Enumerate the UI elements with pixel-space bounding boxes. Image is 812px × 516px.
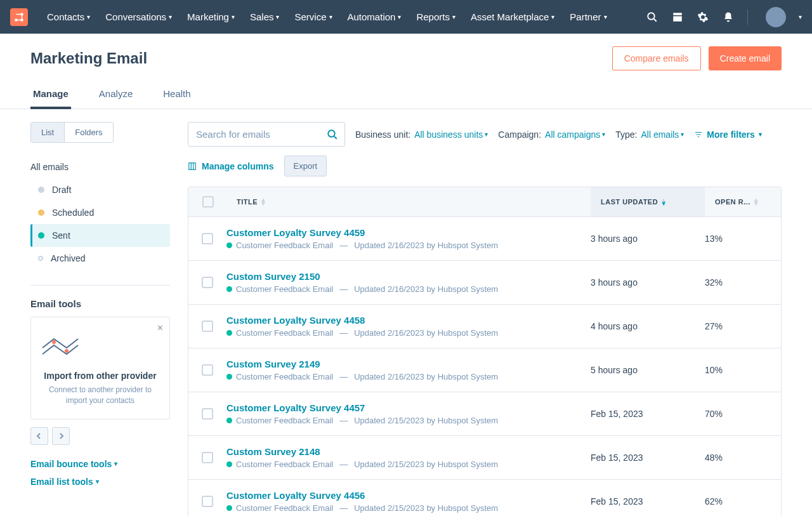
th-title[interactable]: TITLE▲▼	[226, 187, 591, 216]
dot-icon	[38, 256, 43, 261]
pager-next-button[interactable]	[52, 427, 70, 445]
email-updated-meta: Updated 2/16/2023 by Hubspot System	[354, 241, 498, 250]
tab-health[interactable]: Health	[160, 81, 193, 109]
cell-open-rate: 62%	[705, 496, 781, 506]
cell-open-rate: 27%	[705, 321, 781, 331]
manage-columns-button[interactable]: Manage columns	[188, 161, 274, 171]
cell-last-updated: Feb 15, 2023	[591, 409, 705, 419]
nav-reports[interactable]: Reports▾	[410, 6, 462, 27]
email-table: TITLE▲▼ LAST UPDATED▲▼ OPEN R...▲▼ Custo…	[188, 187, 782, 516]
email-updated-meta: Updated 2/15/2023 by Hubspot System	[354, 416, 498, 425]
email-list-tools-link[interactable]: Email list tools▾	[30, 473, 170, 491]
cell-open-rate: 48%	[705, 453, 781, 463]
nav-partner[interactable]: Partner▾	[563, 6, 613, 27]
create-email-button[interactable]: Create email	[709, 46, 782, 70]
email-status: Customer Feedback Email	[236, 372, 333, 381]
cell-open-rate: 10%	[705, 365, 781, 375]
filter-business-unit: Business unit: All business units▾	[355, 129, 488, 140]
status-draft[interactable]: Draft	[30, 178, 170, 201]
th-last-updated[interactable]: LAST UPDATED▲▼	[591, 187, 705, 216]
svg-point-3	[648, 13, 655, 20]
table-row: Customer Loyalty Survey 4458 Customer Fe…	[188, 305, 781, 348]
th-open-rate[interactable]: OPEN R...▲▼	[705, 187, 781, 216]
tab-analyze[interactable]: Analyze	[96, 81, 135, 109]
svg-point-6	[328, 130, 335, 137]
row-checkbox[interactable]	[202, 233, 213, 244]
avatar[interactable]	[766, 7, 786, 27]
close-icon[interactable]: ×	[157, 322, 163, 334]
search-icon[interactable]	[646, 11, 658, 23]
dot-icon	[38, 232, 44, 239]
dot-icon	[38, 187, 44, 193]
nav-sales[interactable]: Sales▾	[244, 6, 286, 27]
tab-manage[interactable]: Manage	[30, 81, 71, 109]
marketplace-icon[interactable]	[671, 11, 684, 23]
email-title-link[interactable]: Custom Survey 2150	[226, 271, 591, 282]
filter-bu-value[interactable]: All business units▾	[414, 129, 488, 140]
row-checkbox[interactable]	[202, 321, 213, 332]
email-title-link[interactable]: Customer Loyalty Survey 4456	[226, 490, 591, 501]
status-archived[interactable]: Archived	[30, 247, 170, 270]
status-dot-icon	[226, 461, 232, 467]
filter-type: Type: All emails▾	[615, 129, 684, 140]
row-checkbox[interactable]	[202, 452, 213, 463]
filter-campaign-value[interactable]: All campaigns▾	[545, 129, 605, 140]
row-checkbox[interactable]	[202, 364, 213, 376]
divider	[30, 285, 170, 286]
more-filters-button[interactable]: More filters▾	[694, 129, 761, 140]
meta-separator: —	[339, 416, 348, 425]
nav-asset-marketplace[interactable]: Asset Marketplace▾	[464, 6, 561, 27]
export-button[interactable]: Export	[284, 155, 327, 176]
email-meta: Customer Feedback Email — Updated 2/16/2…	[226, 328, 591, 338]
email-title-link[interactable]: Customer Loyalty Survey 4459	[226, 227, 591, 238]
nav-service[interactable]: Service▾	[288, 6, 338, 27]
page-title: Marketing Email	[30, 50, 147, 67]
status-scheduled[interactable]: Scheduled	[30, 201, 170, 224]
gear-icon[interactable]	[697, 11, 709, 23]
status-dot-icon	[226, 286, 232, 292]
nav-contacts[interactable]: Contacts▾	[41, 6, 96, 27]
nav-conversations[interactable]: Conversations▾	[99, 6, 178, 27]
seg-list[interactable]: List	[31, 122, 65, 142]
compare-emails-button[interactable]: Compare emails	[612, 46, 701, 70]
meta-separator: —	[339, 241, 348, 250]
search-input[interactable]	[196, 129, 319, 140]
search-box	[188, 122, 345, 147]
nav-items: Contacts▾ Conversations▾ Marketing▾ Sale…	[41, 6, 613, 27]
status-all[interactable]: All emails	[30, 155, 170, 178]
status-list: All emails Draft Scheduled Sent Archived	[30, 155, 170, 270]
filter-type-value[interactable]: All emails▾	[641, 129, 684, 140]
nav-marketing[interactable]: Marketing▾	[181, 6, 241, 27]
sidebar: List Folders All emails Draft Scheduled …	[30, 122, 170, 516]
action-bar: Manage columns Export	[188, 155, 782, 176]
email-title-link[interactable]: Customer Loyalty Survey 4458	[226, 315, 591, 326]
status-sent[interactable]: Sent	[30, 224, 170, 247]
select-all-checkbox[interactable]	[202, 196, 214, 208]
account-caret[interactable]: ▾	[799, 13, 802, 20]
sort-icon: ▲▼	[753, 198, 759, 206]
email-meta: Customer Feedback Email — Updated 2/15/2…	[226, 460, 591, 469]
row-checkbox[interactable]	[202, 277, 213, 288]
bell-icon[interactable]	[722, 11, 735, 23]
email-title-link[interactable]: Custom Survey 2149	[226, 359, 591, 369]
hubspot-logo[interactable]	[10, 8, 28, 26]
search-icon[interactable]	[327, 129, 338, 140]
email-title-link[interactable]: Customer Loyalty Survey 4457	[226, 402, 591, 413]
seg-folders[interactable]: Folders	[65, 122, 112, 142]
row-checkbox[interactable]	[202, 408, 213, 420]
email-status: Customer Feedback Email	[236, 284, 333, 294]
view-toggle: List Folders	[30, 122, 114, 143]
email-tools-title: Email tools	[30, 298, 170, 309]
divider	[747, 10, 748, 25]
email-title-link[interactable]: Custom Survey 2148	[226, 446, 591, 457]
email-meta: Customer Feedback Email — Updated 2/16/2…	[226, 241, 591, 250]
email-bounce-tools-link[interactable]: Email bounce tools▾	[30, 455, 170, 473]
card-pager	[30, 427, 170, 445]
row-checkbox[interactable]	[202, 496, 213, 507]
nav-automation[interactable]: Automation▾	[341, 6, 408, 27]
status-dot-icon	[226, 374, 232, 380]
pager-prev-button[interactable]	[30, 427, 48, 445]
email-status: Customer Feedback Email	[236, 503, 333, 513]
table-row: Custom Survey 2149 Customer Feedback Ema…	[188, 348, 781, 392]
cell-last-updated: 4 hours ago	[591, 321, 705, 331]
